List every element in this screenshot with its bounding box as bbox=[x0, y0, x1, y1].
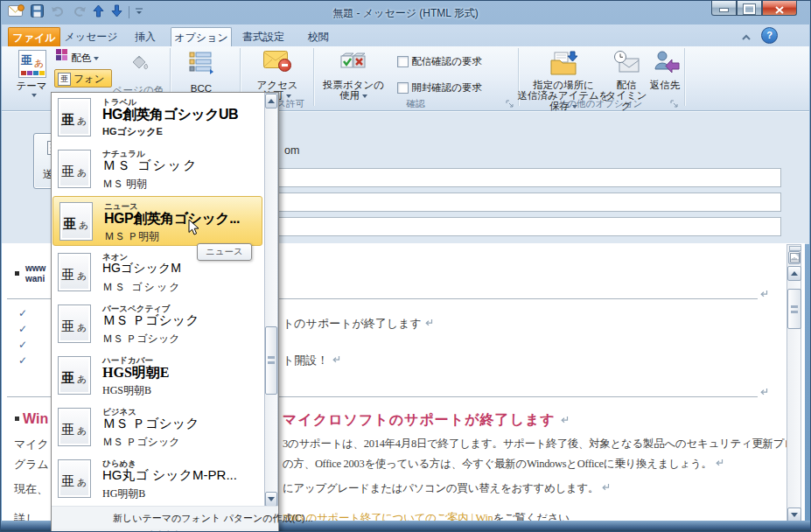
collapse-ribbon-icon[interactable] bbox=[741, 32, 752, 44]
delivery-receipt-checkbox[interactable]: 配信確認の要求 bbox=[397, 55, 482, 68]
voting-buttons-button[interactable]: 投票ボタンの 使用 bbox=[320, 48, 387, 101]
tab-review[interactable]: 校閲 bbox=[297, 27, 340, 46]
direct-replies-icon bbox=[652, 50, 680, 79]
close-button[interactable] bbox=[762, 1, 797, 16]
tab-insert[interactable]: 挿入 bbox=[123, 27, 167, 46]
list-bullet bbox=[15, 271, 19, 276]
body-link-fragment: www bbox=[25, 263, 45, 274]
theme-colors-button[interactable]: 配色 bbox=[56, 49, 99, 67]
more-options-group-label: その他のオプション bbox=[518, 98, 682, 110]
menu-resize-grip[interactable]: · · · · bbox=[52, 528, 278, 532]
menu-scrollbar-thumb[interactable] bbox=[265, 326, 277, 395]
font-preview-icon: 亜あ bbox=[58, 356, 91, 395]
tracking-dialog-launcher[interactable] bbox=[506, 99, 514, 111]
permission-envelope-icon bbox=[263, 51, 288, 71]
paragraph-fragment-left: グラム bbox=[14, 457, 49, 472]
ruler-toggle-icon[interactable] bbox=[788, 251, 801, 264]
list-bullet bbox=[15, 416, 19, 421]
page-color-icon bbox=[127, 52, 150, 77]
return-mark bbox=[759, 387, 768, 399]
tab-message[interactable]: メッセージ bbox=[62, 27, 120, 46]
title-bar: 無題 - メッセージ (HTML 形式) bbox=[1, 1, 810, 24]
check-icon: ✓ bbox=[18, 307, 27, 319]
font-preview-icon: 亜あ bbox=[59, 202, 93, 241]
font-theme-item[interactable]: 亜あ ハードカバー HGS明朝E HGS明朝B bbox=[52, 351, 264, 402]
save-sent-item-button[interactable]: 指定の場所に 送信済みアイテムを保存 bbox=[521, 48, 605, 101]
tracking-group-label: 確認 bbox=[313, 98, 518, 110]
heading-fragment-left: Win bbox=[23, 411, 48, 427]
check-item-fragment: トのサポートが終了します bbox=[283, 317, 422, 330]
font-theme-item[interactable]: 亜あ ひらめき HG丸ゴ シックM-PR... HG明朝B bbox=[52, 454, 264, 506]
mouse-cursor-icon bbox=[188, 219, 200, 239]
menu-scroll-up-button[interactable] bbox=[265, 94, 277, 108]
tab-options[interactable]: オプション bbox=[171, 27, 232, 47]
font-preview-icon: 亜あ bbox=[58, 253, 91, 291]
theme-fonts-menu: 亜あ トラベル HG創英角ゴシックUB HGゴシックE 亜あ ナチュラル ＭＳ … bbox=[51, 92, 279, 532]
ribbon-tab-row: ファイル メッセージ 挿入 オプション 書式設定 校閲 ? bbox=[2, 24, 809, 46]
menu-scroll-down-button[interactable] bbox=[265, 492, 277, 507]
paragraph-fragment-right: の方、Office 2003を使っている方は、今すぐ最新のWindowsとOff… bbox=[283, 458, 712, 470]
direct-replies-button[interactable]: 返信先 bbox=[647, 48, 682, 101]
tab-file[interactable]: ファイル bbox=[8, 27, 60, 47]
check-item-fragment: ト開設！ bbox=[283, 354, 328, 367]
tooltip: ニュース bbox=[197, 243, 252, 261]
voting-buttons-icon bbox=[339, 51, 368, 78]
font-theme-item[interactable]: 亜あ ビジネス ＭＳ Ｐゴシック ＭＳ Ｐゴシック bbox=[52, 402, 264, 454]
save-sent-folder-icon bbox=[549, 50, 577, 79]
font-preview-icon: 亜あ bbox=[58, 150, 91, 188]
restricted-badge-icon bbox=[278, 59, 291, 72]
font-theme-item[interactable]: 亜あ ナチュラル ＭＳ ゴシック ＭＳ 明朝 bbox=[52, 144, 264, 196]
return-mark bbox=[759, 289, 768, 301]
body-scrollbar[interactable] bbox=[787, 244, 801, 522]
font-preview-icon: 亜あ bbox=[58, 408, 91, 446]
font-theme-item-selected[interactable]: 亜あ ニュース HGP創英角ゴシック... ＭＳ Ｐ明朝 bbox=[52, 196, 262, 246]
paragraph-fragment-right: 3のサポートは、2014年4月8日で終了します。サポート終了後、対象となる製品へ… bbox=[283, 437, 795, 452]
font-preview-icon: 亜あ bbox=[58, 304, 91, 343]
more-options-dialog-launcher[interactable] bbox=[670, 99, 679, 111]
menu-scrollbar[interactable] bbox=[264, 93, 278, 506]
minimize-button[interactable] bbox=[711, 1, 737, 16]
theme-colors-icon bbox=[56, 49, 68, 67]
themes-button[interactable]: 亜 あ テーマ bbox=[12, 48, 51, 99]
font-theme-item[interactable]: 亜あ トラベル HG創英角ゴシックUB HGゴシックE bbox=[52, 93, 264, 144]
font-theme-item[interactable]: 亜あ パースペクティブ ＭＳ Ｐゴシック ＭＳ Ｐゴシック bbox=[52, 299, 264, 351]
body-link-fragment: wani bbox=[25, 274, 45, 284]
outlook-message-window: 無題 - メッセージ (HTML 形式) ファイル メッセージ 挿入 オプション… bbox=[0, 0, 811, 532]
heading-fragment-right: マイクロソフトのサポートが終了します bbox=[283, 412, 556, 427]
check-icon: ✓ bbox=[18, 339, 27, 351]
window-title: 無題 - メッセージ (HTML 形式) bbox=[1, 6, 810, 21]
scroll-up-button[interactable] bbox=[787, 266, 801, 281]
themes-icon: 亜 あ bbox=[18, 50, 46, 78]
paragraph-fragment-right: にアップグレードまたはパソコンの買い替えをおすすめします。 bbox=[283, 482, 598, 494]
paragraph-fragment-left: マイク bbox=[14, 437, 49, 452]
tab-format-text[interactable]: 書式設定 bbox=[234, 27, 293, 46]
paragraph-fragment-left: 現在、 bbox=[14, 481, 48, 497]
delay-delivery-icon bbox=[612, 50, 640, 79]
theme-fonts-button[interactable]: 亜 フォント bbox=[54, 69, 112, 88]
scrollbar-thumb[interactable] bbox=[787, 289, 801, 329]
read-receipt-checkbox[interactable]: 開封確認の要求 bbox=[397, 81, 482, 94]
bcc-icon bbox=[188, 51, 214, 78]
font-preview-icon: 亜あ bbox=[58, 459, 91, 498]
delay-delivery-button[interactable]: 配信 タイミング bbox=[607, 48, 646, 101]
check-icon: ✓ bbox=[18, 354, 27, 367]
font-preview-icon: 亜あ bbox=[58, 98, 91, 136]
maximize-button[interactable] bbox=[737, 1, 762, 16]
theme-fonts-icon: 亜 bbox=[58, 73, 71, 86]
help-button[interactable]: ? bbox=[761, 27, 778, 44]
check-icon: ✓ bbox=[18, 323, 27, 335]
from-field-value: om bbox=[284, 144, 299, 157]
